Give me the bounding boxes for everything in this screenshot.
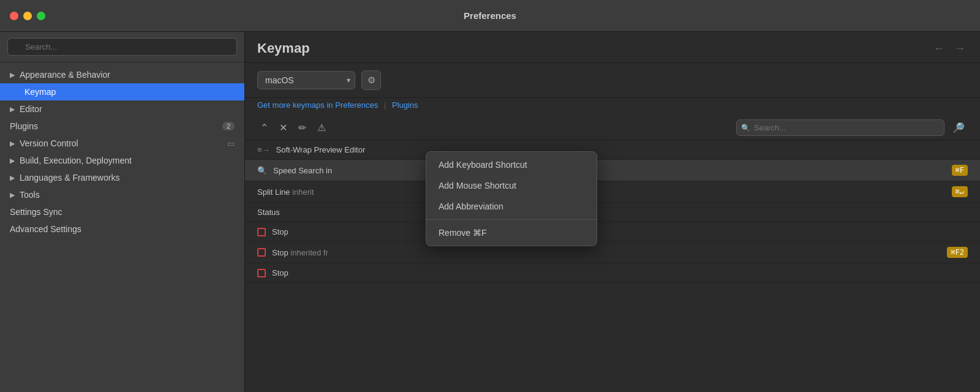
nav-back-button[interactable]: ← — [931, 41, 947, 56]
page-title: Keymap — [257, 40, 310, 56]
sidebar-item-label: Editor — [20, 104, 42, 114]
expand-all-button[interactable]: ⌃ — [257, 120, 271, 135]
keymap-toolbar: ⌃ ✕ ✏ ⚠ 🔍 🔎 — [245, 116, 980, 140]
plugins-badge: 2 — [222, 122, 235, 130]
context-menu-item-label: Add Keyboard Shortcut — [439, 160, 527, 170]
window-title: Preferences — [464, 10, 516, 21]
context-menu-item-label: Add Abbreviation — [439, 202, 503, 211]
sidebar-item-advanced-settings[interactable]: Advanced Settings — [0, 221, 244, 238]
expand-icon: ⌃ — [260, 122, 268, 134]
shortcut-badge: ⌘↵ — [952, 186, 968, 197]
nav-arrows: ← → — [931, 41, 968, 56]
sidebar-item-keymap[interactable]: Keymap — [0, 83, 244, 100]
list-item-soft-wrap[interactable]: ≡→ Soft-Wrap Preview Editor — [245, 140, 980, 160]
chevron-right-icon: ▶ — [10, 140, 15, 148]
sidebar-item-label: Version Control — [20, 138, 78, 148]
keymap-gear-button[interactable]: ⚙ — [361, 70, 381, 90]
edit-button[interactable]: ✏ — [295, 120, 309, 135]
chevron-right-icon: ▶ — [10, 105, 15, 113]
context-menu: Add Keyboard Shortcut Add Mouse Shortcut… — [426, 151, 597, 246]
chevron-right-icon: ▶ — [10, 157, 15, 165]
content-area: Keymap ← → macOS Windows Linux ▾ ⚙ Get m — [245, 32, 980, 392]
collapse-icon: ✕ — [279, 122, 287, 134]
context-menu-item-add-abbreviation[interactable]: Add Abbreviation — [426, 196, 597, 217]
sidebar-item-version-control[interactable]: ▶ Version Control ▭ — [0, 135, 244, 152]
keymap-links: Get more keymaps in Preferences | Plugin… — [245, 98, 980, 116]
sidebar-item-label: Build, Execution, Deployment — [20, 156, 132, 165]
list-item-stop-inherited[interactable]: Stop inherited fr ⌘F2 — [245, 242, 980, 263]
sidebar-search-input[interactable] — [7, 38, 237, 56]
sidebar-search-wrapper: 🔍 — [7, 38, 237, 56]
context-menu-item-add-mouse[interactable]: Add Mouse Shortcut — [426, 175, 597, 196]
keymap-controls: macOS Windows Linux ▾ ⚙ — [245, 63, 980, 98]
keymap-dropdown[interactable]: macOS Windows Linux — [257, 71, 355, 89]
version-control-icon: ▭ — [227, 139, 235, 148]
sidebar-item-settings-sync[interactable]: Settings Sync — [0, 203, 244, 221]
content-header: Keymap ← → — [245, 32, 980, 63]
chevron-right-icon: ▶ — [10, 174, 15, 182]
context-menu-separator — [426, 219, 597, 220]
warning-button[interactable]: ⚠ — [314, 120, 329, 135]
sidebar-item-label: Appearance & Behavior — [20, 70, 110, 80]
stop-indicator-icon — [257, 248, 266, 257]
edit-icon: ✏ — [298, 122, 306, 134]
context-menu-item-label: Remove ⌘F — [439, 228, 487, 238]
stop-indicator-icon — [257, 269, 266, 277]
sidebar-item-label: Advanced Settings — [10, 224, 81, 234]
sidebar-item-plugins[interactable]: Plugins 2 — [0, 118, 244, 135]
chevron-right-icon: ▶ — [10, 191, 15, 199]
gear-icon: ⚙ — [368, 75, 375, 86]
pipe-separator: | — [384, 100, 386, 110]
list-item-label: Status — [257, 208, 968, 217]
plugins-link[interactable]: Plugins — [392, 100, 418, 110]
sidebar-items: ▶ Appearance & Behavior Keymap ▶ Editor … — [0, 62, 244, 392]
sidebar-item-editor[interactable]: ▶ Editor — [0, 100, 244, 118]
list-item-speed-search[interactable]: 🔍 Speed Search in ⌘F — [245, 160, 980, 181]
shortcut-badge: ⌘F — [952, 165, 968, 176]
nav-forward-button[interactable]: → — [952, 41, 968, 56]
list-item-label: Soft-Wrap Preview Editor — [276, 145, 968, 154]
toolbar-search-wrapper: 🔍 — [736, 119, 944, 136]
list-item-label: Split Line inherit — [257, 187, 952, 197]
traffic-lights — [10, 12, 45, 20]
list-item-status[interactable]: Status — [245, 203, 980, 222]
maximize-button[interactable] — [37, 12, 45, 20]
sidebar-item-label: Languages & Frameworks — [20, 173, 119, 183]
sidebar-search-area: 🔍 — [0, 32, 244, 62]
sidebar-item-label: Settings Sync — [10, 207, 62, 217]
list-item-split-line[interactable]: Split Line inherit ⌘↵ — [245, 181, 980, 203]
chevron-right-icon: ▶ — [10, 71, 15, 79]
preferences-link[interactable]: Get more keymaps in Preferences — [257, 100, 378, 110]
list-item-label: Stop inherited fr — [272, 248, 947, 257]
search-icon: 🔍 — [257, 166, 267, 175]
shortcut-badge: ⌘F2 — [947, 247, 968, 258]
sidebar-item-label: Plugins — [10, 121, 38, 131]
soft-wrap-icon: ≡→ — [257, 145, 270, 154]
keymap-search-input[interactable] — [736, 119, 944, 136]
main-layout: 🔍 ▶ Appearance & Behavior Keymap ▶ Edito… — [0, 32, 980, 392]
sidebar-item-label: Keymap — [24, 87, 56, 97]
context-menu-item-label: Add Mouse Shortcut — [439, 181, 516, 190]
minimize-button[interactable] — [23, 12, 32, 20]
sidebar: 🔍 ▶ Appearance & Behavior Keymap ▶ Edito… — [0, 32, 245, 392]
highlight-icon[interactable]: 🔎 — [949, 120, 968, 135]
list-item-label: Speed Search in — [273, 166, 952, 175]
title-bar: Preferences — [0, 0, 980, 32]
list-item-stop-1[interactable]: Stop — [245, 222, 980, 242]
collapse-all-button[interactable]: ✕ — [276, 120, 290, 135]
sidebar-item-label: Tools — [20, 190, 40, 200]
context-menu-item-remove[interactable]: Remove ⌘F — [426, 222, 597, 243]
list-item-stop-2[interactable]: Stop — [245, 263, 980, 283]
sidebar-item-build[interactable]: ▶ Build, Execution, Deployment — [0, 152, 244, 169]
list-item-label: Stop — [272, 227, 968, 236]
close-button[interactable] — [10, 12, 18, 20]
keymap-list: ≡→ Soft-Wrap Preview Editor 🔍 Speed Sear… — [245, 140, 980, 392]
sidebar-item-appearance[interactable]: ▶ Appearance & Behavior — [0, 66, 244, 83]
list-item-label: Stop — [272, 268, 968, 277]
stop-indicator-icon — [257, 228, 266, 236]
sidebar-item-languages[interactable]: ▶ Languages & Frameworks — [0, 169, 244, 186]
sidebar-item-tools[interactable]: ▶ Tools — [0, 186, 244, 203]
warning-icon: ⚠ — [317, 122, 326, 134]
context-menu-item-add-keyboard[interactable]: Add Keyboard Shortcut — [426, 154, 597, 175]
keymap-dropdown-wrapper: macOS Windows Linux ▾ — [257, 71, 355, 89]
